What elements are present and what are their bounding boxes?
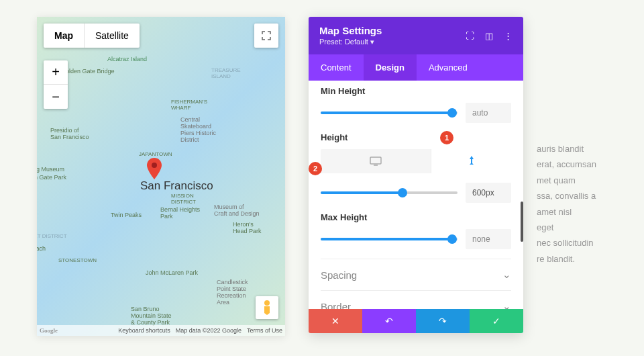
panel-tabs: Content Design Advanced bbox=[309, 54, 523, 81]
city-label: San Francisco bbox=[140, 179, 213, 193]
fullscreen-icon bbox=[262, 31, 271, 40]
max-height-slider[interactable] bbox=[321, 238, 458, 240]
map-container: Alcatraz Island TREASURE ISLAND Golden G… bbox=[37, 17, 285, 336]
zoom-controls: + − bbox=[44, 60, 68, 109]
check-icon: ✓ bbox=[492, 316, 500, 326]
chevron-down-icon: ⌄ bbox=[502, 269, 511, 281]
height-value[interactable]: 600px bbox=[466, 183, 511, 203]
drag-icon[interactable]: ◫ bbox=[485, 31, 493, 41]
border-section[interactable]: Border ⌄ bbox=[321, 290, 511, 309]
panel-body: Min Height auto Height bbox=[309, 81, 523, 309]
redo-button[interactable]: ↷ bbox=[416, 309, 470, 333]
fullscreen-button[interactable] bbox=[254, 24, 278, 48]
min-height-slider[interactable] bbox=[321, 112, 458, 114]
responsive-pin-button[interactable] bbox=[431, 149, 511, 173]
chevron-down-icon: ⌄ bbox=[502, 300, 511, 309]
panel-header: Map Settings Preset: Default ▾ ⛶ ◫ ⋮ bbox=[309, 17, 523, 54]
callout-2: 2 bbox=[309, 162, 322, 175]
max-height-value[interactable]: none bbox=[466, 229, 511, 249]
map-tab-map[interactable]: Map bbox=[44, 24, 85, 48]
menu-icon[interactable]: ⋮ bbox=[504, 31, 513, 41]
tab-advanced[interactable]: Advanced bbox=[417, 54, 480, 81]
google-logo: Google bbox=[40, 327, 58, 334]
undo-icon: ↶ bbox=[385, 316, 393, 326]
marker-icon bbox=[147, 158, 162, 179]
map-marker[interactable] bbox=[147, 158, 162, 182]
map-canvas[interactable]: Alcatraz Island TREASURE ISLAND Golden G… bbox=[37, 17, 285, 336]
map-tab-satellite[interactable]: Satellite bbox=[85, 24, 140, 48]
save-button[interactable]: ✓ bbox=[470, 309, 523, 333]
panel-footer: ✕ ↶ ↷ ✓ bbox=[309, 309, 523, 333]
close-icon: ✕ bbox=[331, 316, 339, 326]
keyboard-shortcuts-link[interactable]: Keyboard shortcuts bbox=[118, 327, 170, 334]
desktop-icon bbox=[370, 157, 382, 166]
scrollbar[interactable] bbox=[521, 202, 523, 242]
pegman-icon bbox=[261, 300, 273, 316]
preset-selector[interactable]: Preset: Default ▾ bbox=[319, 38, 382, 46]
zoom-out-button[interactable]: − bbox=[44, 85, 68, 109]
streetview-pegman[interactable] bbox=[256, 296, 278, 319]
min-height-value[interactable]: auto bbox=[466, 103, 511, 123]
map-data-label: Map data ©2022 Google bbox=[176, 327, 241, 334]
tab-design[interactable]: Design bbox=[364, 54, 417, 81]
callout-1: 1 bbox=[440, 131, 453, 144]
svg-point-0 bbox=[152, 163, 157, 168]
settings-panel: Map Settings Preset: Default ▾ ⛶ ◫ ⋮ Con… bbox=[309, 17, 523, 333]
redo-icon: ↷ bbox=[439, 316, 447, 326]
min-height-label: Min Height bbox=[321, 86, 511, 96]
height-device-selector bbox=[321, 149, 511, 173]
pin-icon bbox=[468, 156, 476, 167]
spacing-section[interactable]: Spacing ⌄ bbox=[321, 259, 511, 290]
height-label: Height bbox=[321, 132, 511, 142]
tab-content[interactable]: Content bbox=[309, 54, 364, 81]
desktop-device-button[interactable] bbox=[321, 149, 431, 173]
svg-rect-2 bbox=[370, 157, 381, 164]
height-slider[interactable] bbox=[321, 191, 458, 194]
map-type-toggle: Map Satellite bbox=[44, 24, 140, 48]
map-footer: Google Keyboard shortcuts Map data ©2022… bbox=[37, 325, 285, 336]
max-height-label: Max Height bbox=[321, 212, 511, 222]
expand-icon[interactable]: ⛶ bbox=[466, 31, 474, 41]
terms-link[interactable]: Terms of Use bbox=[247, 327, 282, 334]
close-button[interactable]: ✕ bbox=[309, 309, 362, 333]
background-lorem-text: auris blandit erat, accumsan met quam ss… bbox=[537, 141, 631, 267]
zoom-in-button[interactable]: + bbox=[44, 60, 68, 85]
undo-button[interactable]: ↶ bbox=[362, 309, 416, 333]
svg-point-1 bbox=[264, 300, 270, 306]
panel-title: Map Settings bbox=[319, 25, 382, 36]
